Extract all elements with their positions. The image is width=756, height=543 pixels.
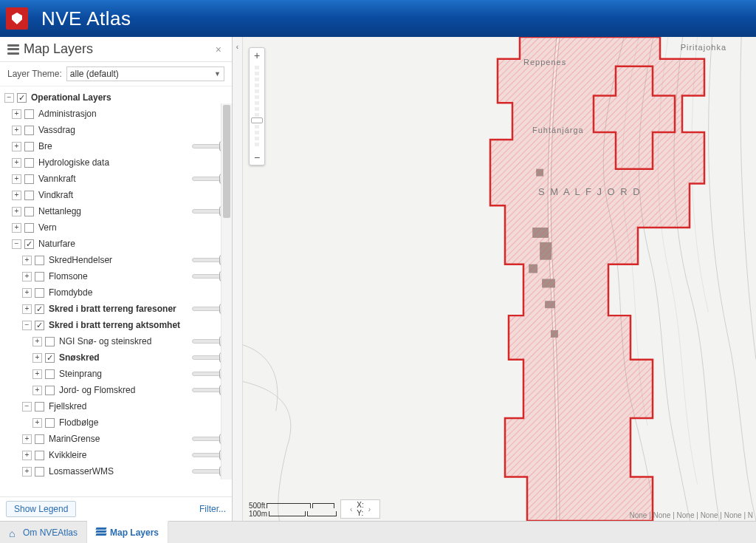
checkbox[interactable] — [35, 272, 44, 281]
tree-item[interactable]: +SkredHendelser — [4, 252, 232, 268]
tree-item[interactable]: +LosmasserWMS — [4, 463, 232, 479]
tree-item[interactable]: +Kvikkleire — [4, 447, 232, 463]
expander-icon[interactable]: + — [12, 174, 21, 184]
layer-tree[interactable]: − Operational Layers +Administrasjon+Vas… — [0, 86, 232, 496]
tree-item[interactable]: +NGI Snø- og steinskred — [4, 333, 232, 349]
tree-label: Vassdrag — [38, 125, 229, 135]
show-legend-button[interactable]: Show Legend — [6, 501, 76, 517]
tree-item[interactable]: +Vern — [4, 219, 232, 236]
checkbox[interactable] — [45, 418, 55, 428]
tree-item[interactable]: +Nettanlegg — [4, 203, 232, 219]
expander-icon[interactable]: + — [22, 434, 32, 444]
expander-icon[interactable]: + — [22, 304, 32, 314]
tree-item[interactable]: +Hydrologiske data — [4, 154, 232, 171]
expander-icon[interactable]: − — [12, 239, 21, 249]
expander-icon[interactable]: − — [22, 402, 32, 411]
tree-item[interactable]: −Skred i bratt terreng aktsomhet — [4, 317, 232, 333]
checkbox[interactable] — [24, 142, 34, 151]
expander-icon[interactable]: + — [12, 109, 21, 119]
checkbox[interactable] — [24, 126, 34, 135]
tree-item[interactable]: +Vindkraft — [4, 187, 232, 203]
tree-label: Fjellskred — [49, 401, 229, 411]
tab-map-layers[interactable]: Map Layers — [87, 521, 168, 543]
checkbox[interactable] — [45, 386, 55, 395]
checkbox[interactable] — [35, 402, 44, 411]
expander-icon[interactable]: + — [22, 256, 32, 265]
close-icon[interactable]: × — [213, 44, 224, 55]
tree-item[interactable]: +Vassdrag — [4, 122, 232, 138]
tree-item[interactable]: +Bre — [4, 138, 232, 154]
checkbox[interactable] — [35, 321, 44, 330]
checkbox[interactable] — [35, 451, 44, 460]
expander-icon[interactable]: + — [12, 191, 21, 200]
checkbox[interactable] — [35, 304, 44, 314]
checkbox[interactable] — [24, 191, 34, 200]
expander-icon[interactable]: + — [12, 142, 21, 151]
expander-icon[interactable]: − — [4, 93, 14, 103]
tree-label: Skred i bratt terreng aktsomhet — [49, 320, 229, 330]
expander-icon[interactable]: + — [32, 418, 42, 428]
checkbox[interactable] — [24, 207, 34, 216]
sidebar-panel: Map Layers × Layer Theme: alle (default)… — [0, 37, 233, 521]
checkbox[interactable] — [24, 109, 34, 119]
tree-item[interactable]: +MarinGrense — [4, 431, 232, 447]
expander-icon[interactable]: + — [32, 337, 42, 346]
tree-item[interactable]: +Flodbølge — [4, 414, 232, 431]
hazard-overlay — [483, 37, 756, 521]
theme-select[interactable]: alle (default) ▼ — [66, 66, 224, 81]
tree-item[interactable]: +Flomdybde — [4, 284, 232, 301]
checkbox[interactable] — [35, 467, 44, 477]
checkbox[interactable] — [35, 256, 44, 265]
map-label-fuhtanjarga: Fuhtánjárga — [532, 126, 584, 134]
zoom-in-button[interactable]: + — [250, 48, 264, 63]
coord-prev[interactable]: ‹ — [350, 505, 352, 513]
checkbox[interactable] — [45, 353, 55, 363]
expander-icon[interactable]: + — [32, 353, 42, 363]
expander-icon[interactable]: + — [12, 207, 21, 216]
checkbox[interactable] — [17, 93, 27, 103]
map-label-smalfjord: S M A L F J O R D — [538, 186, 642, 197]
checkbox[interactable] — [24, 174, 34, 184]
home-icon — [9, 527, 19, 538]
app-title: NVE Atlas — [41, 7, 131, 30]
tree-item[interactable]: +Administrasjon — [4, 106, 232, 122]
checkbox[interactable] — [24, 239, 34, 249]
zoom-slider[interactable] — [255, 66, 259, 147]
tree-item[interactable]: −Naturfare — [4, 236, 232, 252]
tree-label: Skred i bratt terreng faresoner — [49, 304, 189, 314]
checkbox[interactable] — [35, 434, 44, 444]
expander-icon[interactable]: + — [12, 126, 21, 135]
expander-icon[interactable]: − — [22, 321, 32, 330]
map-attribution: None | None | None | None | None | N — [629, 511, 753, 519]
tree-item[interactable]: +Steinprang — [4, 366, 232, 382]
tree-item[interactable]: +Skred i bratt terreng faresoner — [4, 301, 232, 317]
expander-icon[interactable]: + — [12, 158, 21, 168]
tree-item[interactable]: +Jord- og Flomskred — [4, 382, 232, 398]
tree-item[interactable]: +Vannkraft — [4, 171, 232, 187]
expander-icon[interactable]: + — [32, 369, 42, 379]
checkbox[interactable] — [45, 369, 55, 379]
tree-item[interactable]: −Fjellskred — [4, 398, 232, 414]
checkbox[interactable] — [45, 337, 55, 346]
tab-om-nveatlas[interactable]: Om NVEAtlas — [0, 522, 87, 543]
expander-icon[interactable]: + — [12, 223, 21, 233]
map-canvas[interactable]: Reppenes Fuhtánjárga S M A L F J O R D P… — [243, 37, 756, 521]
sidebar-collapse[interactable]: ‹ — [233, 37, 243, 521]
tree-label: MarinGrense — [49, 434, 189, 444]
tree-scrollbar[interactable] — [221, 103, 232, 479]
expander-icon[interactable]: + — [32, 386, 42, 395]
tree-item[interactable]: +Snøskred — [4, 349, 232, 366]
expander-icon[interactable]: + — [22, 467, 32, 477]
coord-next[interactable]: › — [368, 505, 371, 513]
tree-item[interactable]: +Flomsone — [4, 268, 232, 284]
filter-link[interactable]: Filter... — [199, 504, 226, 514]
zoom-out-button[interactable]: − — [250, 150, 264, 165]
expander-icon[interactable]: + — [22, 451, 32, 460]
checkbox[interactable] — [24, 223, 34, 233]
expander-icon[interactable]: + — [22, 288, 32, 298]
checkbox[interactable] — [24, 158, 34, 168]
tree-root[interactable]: − Operational Layers — [4, 89, 232, 106]
tree-label: Steinprang — [59, 369, 189, 379]
checkbox[interactable] — [35, 288, 44, 298]
expander-icon[interactable]: + — [22, 272, 32, 281]
